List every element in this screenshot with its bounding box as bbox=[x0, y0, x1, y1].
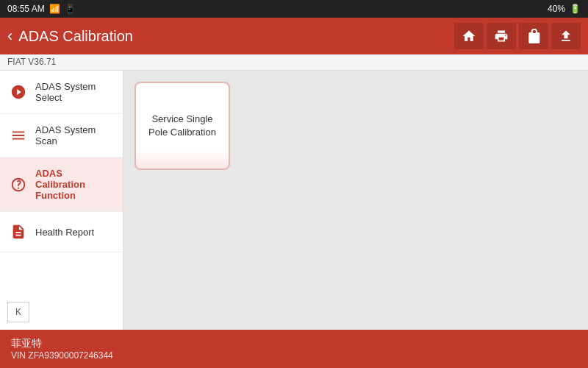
print-icon bbox=[494, 29, 509, 43]
print-button[interactable] bbox=[487, 23, 516, 49]
export-button[interactable] bbox=[551, 23, 581, 49]
home-icon bbox=[462, 29, 476, 43]
home-button[interactable] bbox=[454, 23, 484, 49]
sidebar-label-adas-calibration-function: ADAS Calibration Function bbox=[35, 168, 114, 201]
adas-button[interactable] bbox=[519, 23, 548, 49]
version-bar: FIAT V36.71 bbox=[0, 54, 588, 71]
version-text: FIAT V36.71 bbox=[7, 57, 56, 67]
crosshair-icon bbox=[9, 175, 28, 194]
footer-title: 菲亚特 bbox=[11, 337, 113, 350]
status-bar: 08:55 AM 📶 📱 40% 🔋 bbox=[0, 0, 588, 18]
service-single-pole-card[interactable]: Service Single Pole Calibration bbox=[135, 82, 230, 170]
target-icon bbox=[9, 82, 28, 102]
sidebar-label-health-report: Health Report bbox=[35, 227, 94, 238]
sidebar-label-adas-system-select: ADAS System Select bbox=[35, 81, 114, 103]
footer-info: 菲亚特 VIN ZFA93900007246344 bbox=[11, 337, 113, 361]
signal-icon: 📱 bbox=[65, 4, 76, 14]
sidebar: ADAS System Select ADAS System Scan ADAS… bbox=[0, 71, 123, 330]
layers-icon bbox=[9, 126, 28, 145]
header-left: ‹ ADAS Calibration bbox=[7, 26, 133, 46]
k-button[interactable]: K bbox=[7, 302, 29, 322]
sidebar-item-adas-calibration-function[interactable]: ADAS Calibration Function bbox=[0, 158, 123, 212]
battery-level: 40% bbox=[548, 4, 565, 14]
doc-icon bbox=[9, 222, 28, 241]
card-label: Service Single Pole Calibration bbox=[143, 113, 221, 139]
battery-icon: 🔋 bbox=[570, 4, 581, 14]
wifi-icon: 📶 bbox=[49, 4, 60, 14]
export-icon bbox=[559, 29, 573, 43]
status-right: 40% 🔋 bbox=[548, 4, 581, 14]
sidebar-label-adas-system-scan: ADAS System Scan bbox=[35, 124, 114, 146]
header: ‹ ADAS Calibration bbox=[0, 18, 588, 54]
header-title: ADAS Calibration bbox=[18, 28, 133, 45]
footer-vin: VIN ZFA93900007246344 bbox=[11, 350, 113, 361]
sidebar-bottom: K bbox=[7, 302, 29, 322]
status-time: 08:55 AM bbox=[7, 4, 45, 14]
sidebar-item-adas-system-scan[interactable]: ADAS System Scan bbox=[0, 114, 123, 158]
sidebar-item-health-report[interactable]: Health Report bbox=[0, 212, 123, 252]
header-icons bbox=[454, 23, 581, 49]
footer: 菲亚特 VIN ZFA93900007246344 bbox=[0, 330, 588, 368]
main-layout: ADAS System Select ADAS System Scan ADAS… bbox=[0, 71, 588, 330]
adas-icon bbox=[526, 29, 541, 43]
back-button[interactable]: ‹ bbox=[7, 26, 12, 46]
status-left: 08:55 AM 📶 📱 bbox=[7, 4, 76, 14]
sidebar-item-adas-system-select[interactable]: ADAS System Select bbox=[0, 71, 123, 114]
content-area: Service Single Pole Calibration bbox=[123, 71, 588, 330]
